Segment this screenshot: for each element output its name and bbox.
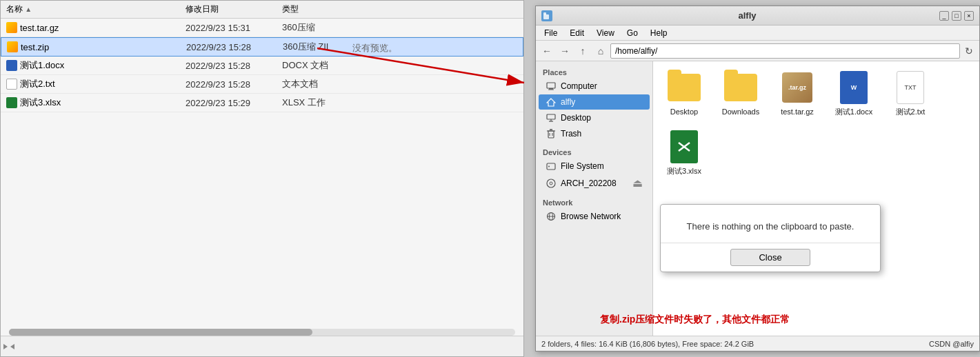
sidebar: Places Computer alfly — [536, 61, 653, 336]
column-header: 名称 ▲ 修改日期 类型 — [1, 1, 523, 19]
menu-edit[interactable]: Edit — [564, 27, 590, 39]
list-item[interactable]: Downloads — [717, 68, 765, 119]
sidebar-label-trash: Trash — [561, 129, 581, 139]
txt-icon — [6, 79, 17, 90]
reload-button[interactable]: ↻ — [961, 43, 977, 59]
preview-label: 没有预览。 — [352, 42, 397, 54]
filesystem-icon — [546, 161, 557, 172]
list-item[interactable]: .tar.gz test.tar.gz — [773, 68, 821, 119]
file-label: test.tar.gz — [781, 107, 814, 116]
window-icon — [541, 10, 552, 21]
file-label: Downloads — [722, 107, 759, 116]
right-file-manager: alfly _ □ × File Edit View Go Help ← → ↑… — [535, 6, 980, 351]
desktop-icon — [546, 112, 557, 123]
sidebar-section-places: Places — [536, 65, 652, 78]
scrollbar-thumb — [9, 329, 312, 336]
table-row[interactable]: test.zip 2022/9/23 15:28 360压缩 ZII — [1, 37, 523, 57]
svg-rect-16 — [547, 163, 555, 170]
svg-point-18 — [547, 179, 555, 187]
left-file-manager: 名称 ▲ 修改日期 类型 test.tar.gz 2022/9/23 15:31… — [0, 0, 524, 357]
dialog-close-button[interactable]: Close — [730, 249, 810, 266]
docx-icon — [6, 60, 17, 71]
trash-icon — [546, 128, 557, 139]
svg-rect-4 — [547, 83, 555, 88]
maximize-button[interactable]: □ — [952, 11, 961, 21]
table-row[interactable]: test.tar.gz 2022/9/23 15:31 360压缩 — [1, 19, 523, 37]
sidebar-label-arch: ARCH_202208 — [561, 178, 617, 188]
folder-icon — [724, 71, 757, 104]
zip-icon — [6, 22, 17, 33]
xlsx-icon — [6, 97, 17, 108]
table-row[interactable]: 测试1.docx 2022/9/23 15:28 DOCX 文档 — [1, 57, 523, 75]
svg-point-17 — [548, 165, 550, 167]
sidebar-item-arch[interactable]: ARCH_202208 ⏏ — [539, 174, 650, 192]
file-label: 测试1.docx — [835, 107, 872, 116]
back-button[interactable]: ← — [539, 43, 555, 59]
menu-help[interactable]: Help — [645, 27, 673, 39]
up-button[interactable]: ↑ — [574, 43, 591, 59]
horizontal-scrollbar[interactable] — [9, 329, 515, 336]
scroll-left-arrow[interactable] — [3, 344, 9, 349]
table-row[interactable]: 测试2.txt 2022/9/23 15:28 文本文档 — [1, 75, 523, 94]
sidebar-item-filesystem[interactable]: File System — [539, 159, 650, 174]
menu-file[interactable]: File — [539, 27, 563, 39]
title-bar: alfly _ □ × — [536, 6, 979, 26]
sidebar-item-network[interactable]: Browse Network — [539, 209, 650, 224]
menu-go[interactable]: Go — [621, 27, 643, 39]
list-item[interactable]: 测试3.xlsx — [660, 127, 708, 178]
col-name-header[interactable]: 名称 ▲ — [1, 2, 180, 17]
eject-icon[interactable]: ⏏ — [632, 176, 643, 190]
file-label: 测试3.xlsx — [667, 166, 701, 176]
menu-view[interactable]: View — [591, 27, 620, 39]
minimize-button[interactable]: _ — [939, 11, 949, 21]
address-bar[interactable] — [610, 43, 960, 59]
status-text: 2 folders, 4 files: 16.4 KiB (16,806 byt… — [541, 340, 754, 348]
svg-marker-7 — [547, 99, 555, 106]
annotation-text: 复制.zip压缩文件时失败了，其他文件都正常 — [600, 314, 790, 326]
bottom-scrollbar-area — [1, 336, 523, 356]
close-button[interactable]: × — [964, 11, 974, 21]
network-icon — [546, 211, 557, 222]
sidebar-section-devices: Devices — [536, 145, 652, 158]
dialog-buttons: Close — [661, 243, 880, 272]
sidebar-item-alfly[interactable]: alfly — [539, 94, 650, 110]
sidebar-section-network: Network — [536, 196, 652, 208]
sidebar-label-filesystem: File System — [561, 161, 604, 171]
forward-button[interactable]: → — [557, 43, 573, 59]
file-grid: Desktop Downloads .tar.gz test.tar.gz W — [653, 61, 979, 336]
sidebar-label-network: Browse Network — [561, 212, 621, 221]
home-button[interactable]: ⌂ — [592, 43, 609, 59]
docx-icon: W — [837, 71, 870, 104]
window-title: alfly — [555, 10, 939, 21]
sidebar-item-computer[interactable]: Computer — [539, 79, 650, 94]
col-date-header[interactable]: 修改日期 — [180, 2, 277, 17]
svg-point-19 — [550, 182, 552, 185]
scroll-right-arrow[interactable] — [9, 344, 14, 349]
xlsx-icon — [668, 130, 701, 163]
svg-rect-3 — [543, 12, 546, 15]
txt-icon: TXT — [894, 71, 927, 104]
toolbar: ← → ↑ ⌂ ↻ — [536, 41, 979, 61]
watermark: CSDN @alfiy — [929, 340, 974, 348]
zip-icon — [7, 41, 18, 52]
table-row[interactable]: 测试3.xlsx 2022/9/23 15:29 XLSX 工作 — [1, 94, 523, 112]
menu-bar: File Edit View Go Help — [536, 26, 979, 41]
list-item[interactable]: Desktop — [660, 68, 708, 119]
sidebar-label-computer: Computer — [561, 81, 597, 91]
file-list: test.tar.gz 2022/9/23 15:31 360压缩 test.z… — [1, 19, 523, 112]
sidebar-item-trash[interactable]: Trash — [539, 126, 650, 141]
computer-icon — [546, 81, 557, 92]
svg-rect-8 — [547, 114, 555, 119]
file-label: Desktop — [670, 107, 698, 116]
list-item[interactable]: TXT 测试2.txt — [886, 68, 934, 119]
list-item[interactable]: W 测试1.docx — [830, 68, 878, 119]
dialog-box: There is nothing on the clipboard to pas… — [660, 204, 881, 272]
folder-icon — [668, 71, 701, 104]
window-controls: _ □ × — [939, 11, 974, 21]
sidebar-label-alfly: alfly — [561, 97, 575, 107]
col-type-header[interactable]: 类型 — [277, 2, 346, 17]
dialog-message: There is nothing on the clipboard to pas… — [661, 205, 880, 243]
optical-icon — [546, 178, 557, 189]
home-icon — [546, 96, 557, 108]
sidebar-item-desktop[interactable]: Desktop — [539, 110, 650, 125]
